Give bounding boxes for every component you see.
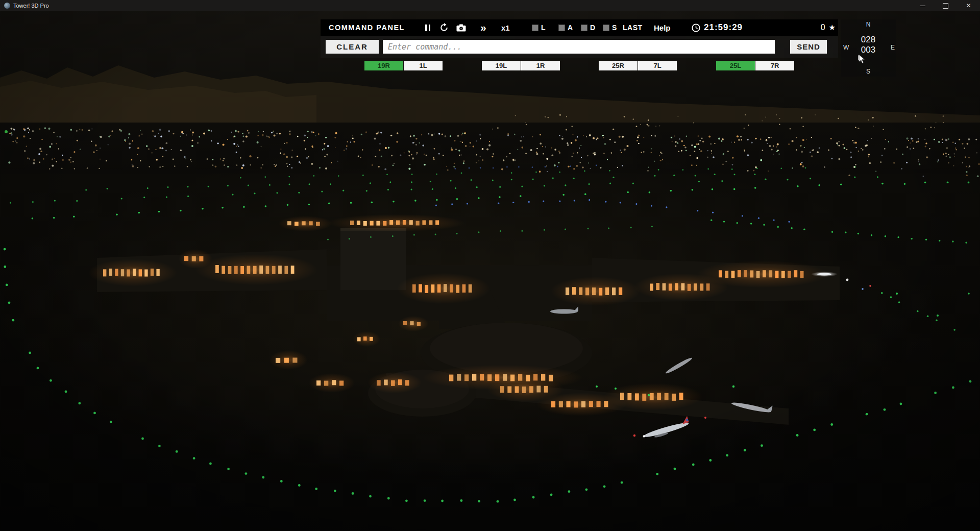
toggle-l[interactable]: L — [532, 19, 546, 36]
camera-heading-values: 028 003 — [841, 35, 896, 55]
score-value: 0 — [821, 23, 825, 32]
checkbox-icon[interactable] — [532, 25, 538, 31]
camera-icon — [456, 24, 466, 32]
compass-south-label: S — [866, 68, 870, 75]
rotate-icon — [439, 23, 449, 32]
rotate-view-button[interactable] — [439, 19, 449, 36]
runway-button-25l[interactable]: 25L — [716, 61, 755, 70]
command-input-row: CLEAR SEND — [321, 36, 838, 58]
titlebar: Tower! 3D Pro ✕ — [0, 0, 980, 11]
app-icon — [4, 3, 10, 9]
toggle-label: D — [590, 23, 595, 32]
compass-overlay[interactable]: N W E S 028 003 — [841, 19, 896, 77]
runway-button-1r[interactable]: 1R — [521, 61, 560, 70]
runway-pair: 19L1R — [482, 61, 560, 70]
pause-icon — [429, 25, 431, 31]
toggle-label: L — [541, 23, 546, 32]
runway-button-7l[interactable]: 7L — [638, 61, 677, 70]
runway-button-19l[interactable]: 19L — [482, 61, 521, 70]
mouse-cursor — [859, 54, 866, 64]
checkbox-icon[interactable] — [581, 25, 587, 31]
toggle-label: A — [568, 23, 573, 32]
last-command-button[interactable]: LAST — [623, 19, 643, 36]
maximize-button[interactable] — [934, 0, 957, 11]
runway-button-19r[interactable]: 19R — [364, 61, 403, 70]
screenshot-button[interactable] — [456, 19, 466, 36]
minimize-button[interactable] — [911, 0, 934, 11]
pause-icon — [425, 25, 427, 31]
runway-pair: 25R7L — [599, 61, 677, 70]
window-controls: ✕ — [911, 0, 980, 11]
help-button[interactable]: Help — [654, 19, 671, 36]
checkbox-icon[interactable] — [558, 25, 565, 31]
command-panel-title: COMMAND PANEL — [329, 19, 405, 36]
checkbox-icon[interactable] — [603, 25, 609, 31]
compass-north-label: N — [866, 21, 871, 28]
toggle-a[interactable]: A — [558, 19, 573, 36]
pause-button[interactable] — [425, 19, 430, 36]
airport-3d-view[interactable] — [0, 0, 980, 531]
vignette — [0, 0, 980, 531]
command-input[interactable] — [383, 40, 775, 54]
clock-icon — [692, 23, 700, 32]
clear-button[interactable]: CLEAR — [326, 40, 379, 54]
toggle-d[interactable]: D — [581, 19, 595, 36]
runway-selector: 19R1L19L1R25R7L25L7R — [0, 61, 980, 70]
runway-button-7r[interactable]: 7R — [755, 61, 794, 70]
score-display: 0 ★ — [821, 19, 836, 36]
fast-forward-button[interactable]: » — [480, 19, 486, 36]
close-icon: ✕ — [966, 3, 971, 9]
app-window: Tower! 3D Pro ✕ — [0, 0, 980, 531]
window-title: Tower! 3D Pro — [13, 3, 49, 9]
star-icon: ★ — [829, 23, 836, 32]
camera-pitch: 003 — [841, 45, 896, 55]
toggle-s[interactable]: S — [603, 19, 617, 36]
close-button[interactable]: ✕ — [957, 0, 980, 11]
runway-button-25r[interactable]: 25R — [599, 61, 638, 70]
minimize-icon — [920, 6, 925, 6]
sim-speed-button[interactable]: x1 — [501, 19, 510, 36]
sim-time: 21:59:29 — [704, 19, 743, 36]
toggle-label: S — [612, 23, 617, 32]
maximize-icon — [943, 3, 948, 9]
runway-pair: 25L7R — [716, 61, 795, 70]
runway-pair: 19R1L — [364, 61, 443, 70]
command-panel-bar: COMMAND PANEL » x1 LADS LAST Help — [321, 19, 838, 36]
clock-display — [692, 19, 700, 36]
runway-button-1l[interactable]: 1L — [404, 61, 443, 70]
camera-heading: 028 — [841, 35, 896, 45]
send-button[interactable]: SEND — [790, 40, 827, 54]
